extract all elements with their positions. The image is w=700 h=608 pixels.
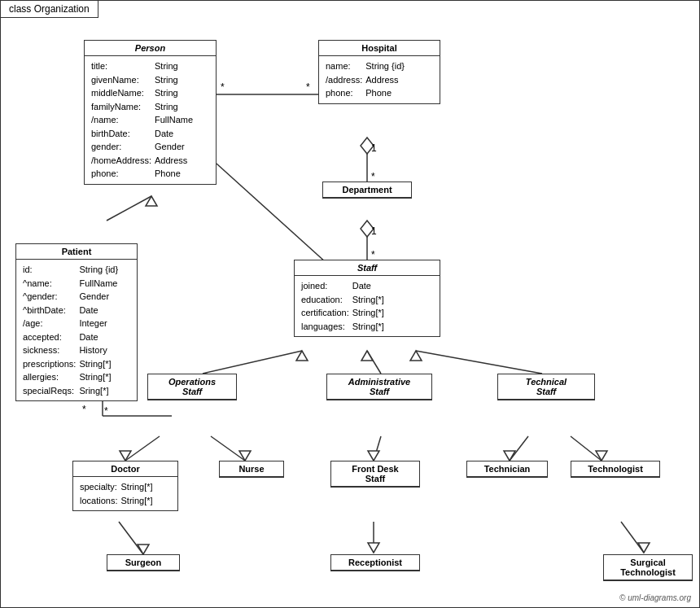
hospital-box: Hospital name:String {id} /address:Addre…: [318, 40, 440, 104]
svg-marker-34: [596, 451, 607, 461]
staff-body: joined:Date education:String[*] certific…: [295, 276, 440, 336]
svg-marker-4: [361, 138, 374, 154]
technician-box: Technician: [466, 461, 548, 478]
technical-staff-title: TechnicalStaff: [498, 374, 594, 400]
department-box: Department: [322, 182, 412, 199]
svg-line-19: [416, 351, 542, 374]
patient-body: id:String {id} ^name:FullName ^gender:Ge…: [16, 260, 137, 400]
svg-text:*: *: [306, 81, 310, 93]
svg-marker-18: [361, 351, 373, 361]
svg-marker-28: [239, 451, 251, 461]
svg-marker-40: [638, 543, 650, 553]
front-desk-staff-box: Front DeskStaff: [330, 461, 420, 488]
svg-text:*: *: [371, 249, 375, 260]
surgeon-box: Surgeon: [107, 554, 180, 571]
svg-marker-20: [410, 351, 422, 361]
svg-text:1: 1: [371, 225, 377, 237]
svg-line-39: [621, 522, 644, 553]
diagram-container: class Organization * *: [0, 0, 700, 608]
svg-marker-16: [296, 351, 308, 361]
staff-box: Staff joined:Date education:String[*] ce…: [294, 260, 440, 337]
department-title: Department: [323, 182, 411, 198]
hospital-title: Hospital: [319, 41, 440, 56]
staff-title: Staff: [295, 260, 440, 276]
receptionist-title: Receptionist: [331, 555, 419, 571]
diagram-title: class Organization: [1, 1, 98, 18]
patient-title: Patient: [16, 244, 137, 260]
svg-marker-26: [120, 451, 131, 461]
front-desk-staff-title: Front DeskStaff: [331, 461, 419, 487]
technical-staff-box: TechnicalStaff: [497, 374, 595, 400]
svg-line-31: [510, 436, 528, 461]
doctor-title: Doctor: [73, 461, 177, 477]
svg-text:*: *: [371, 171, 375, 182]
svg-line-27: [211, 436, 245, 461]
surgeon-title: Surgeon: [107, 555, 179, 571]
person-title: Person: [85, 41, 216, 56]
svg-line-33: [571, 436, 602, 461]
receptionist-box: Receptionist: [330, 554, 420, 571]
person-box: Person title:String givenName:String mid…: [84, 40, 217, 185]
svg-line-35: [119, 522, 143, 554]
nurse-title: Nurse: [220, 461, 283, 477]
hospital-body: name:String {id} /address:Address phone:…: [319, 56, 440, 103]
technologist-title: Technologist: [571, 461, 659, 477]
administrative-staff-title: AdministrativeStaff: [327, 374, 431, 400]
svg-marker-30: [368, 451, 379, 461]
svg-text:1: 1: [371, 142, 377, 154]
svg-line-17: [367, 351, 381, 374]
svg-marker-8: [361, 221, 374, 237]
svg-marker-38: [368, 543, 379, 553]
svg-line-15: [203, 351, 302, 374]
svg-text:*: *: [82, 404, 86, 415]
doctor-box: Doctor specialty:String[*] locations:Str…: [72, 461, 178, 511]
operations-staff-title: OperationsStaff: [148, 374, 236, 400]
svg-marker-32: [504, 451, 515, 461]
svg-text:*: *: [104, 405, 108, 417]
svg-marker-36: [138, 545, 149, 554]
svg-line-29: [374, 436, 381, 461]
operations-staff-box: OperationsStaff: [147, 374, 237, 400]
surgical-technologist-box: SurgicalTechnologist: [603, 554, 693, 581]
surgical-technologist-title: SurgicalTechnologist: [604, 555, 692, 580]
svg-line-25: [125, 436, 160, 461]
svg-text:*: *: [221, 81, 225, 93]
technologist-box: Technologist: [571, 461, 660, 478]
nurse-box: Nurse: [219, 461, 284, 478]
doctor-body: specialty:String[*] locations:String[*]: [73, 477, 177, 510]
svg-marker-12: [146, 196, 157, 206]
svg-line-11: [107, 196, 151, 221]
person-body: title:String givenName:String middleName…: [85, 56, 216, 184]
copyright: © uml-diagrams.org: [619, 593, 691, 602]
administrative-staff-box: AdministrativeStaff: [326, 374, 432, 400]
patient-box: Patient id:String {id} ^name:FullName ^g…: [15, 243, 138, 401]
technician-title: Technician: [467, 461, 547, 477]
